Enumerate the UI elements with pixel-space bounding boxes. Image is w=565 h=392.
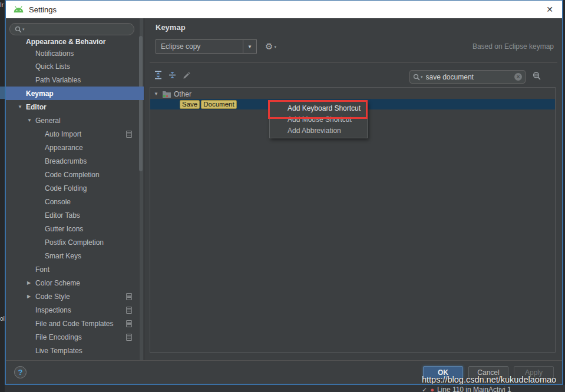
background-selection-row [0,87,5,99]
find-actions-by-shortcut-button[interactable] [531,71,542,84]
background-code-fragment: Ir [0,2,4,8]
sidebar-item-label: Editor [26,103,47,111]
checkmark-icon: ✓ [422,386,427,392]
breakpoint-icon: ● [430,386,434,392]
chevron-right-icon[interactable]: ▶ [27,280,35,285]
edit-shortcut-button[interactable] [181,70,191,79]
chevron-down-icon[interactable]: ▼ [154,91,162,97]
sidebar-item-label: Color Scheme [35,279,80,287]
sidebar-item-postfix-completion[interactable]: Postfix Completion [6,235,139,249]
search-filter-caret-icon[interactable]: ▾ [22,27,25,31]
search-icon [15,26,22,33]
sidebar-item-code-style[interactable]: ▶Code Style [6,290,139,303]
settings-modified-icon [126,307,132,314]
expand-all-button[interactable] [153,70,163,79]
sidebar-scrollbar-thumb[interactable] [139,36,143,171]
sidebar-item-notifications[interactable]: Notifications [6,48,139,59]
sidebar-item-quick-lists[interactable]: Quick Lists [6,59,139,73]
sidebar-item-file-and-code-templates[interactable]: File and Code Templates [6,317,139,330]
expand-all-icon [154,71,163,79]
gear-caret-icon: ▾ [274,45,276,49]
collapse-all-button[interactable] [167,70,177,79]
titlebar: Settings ✕ [6,1,562,18]
settings-modified-icon [126,334,132,341]
tree-group-row[interactable]: ▼ Other [150,89,555,99]
page-title: Keymap [156,23,186,32]
settings-modified-icon [126,320,132,327]
sidebar-item-label: Font [35,265,49,274]
gear-icon: ⚙ [265,41,273,52]
sidebar-item-label: Path Variables [35,76,81,84]
sidebar-item-label: Keymap [26,89,54,98]
sidebar-item-label: General [35,117,61,125]
sidebar-item-label: Quick Lists [35,62,70,71]
sidebar-item-label: Gutter Icons [45,225,83,233]
sidebar-item-inspections[interactable]: Inspections [6,303,139,317]
sidebar-item-code-folding[interactable]: Code Folding [6,181,139,195]
sidebar-scrollbar[interactable] [140,18,143,360]
search-filter-caret-icon[interactable]: ▾ [421,75,423,79]
sidebar-item-label: Notifications [35,49,74,58]
separator [150,62,557,63]
sidebar-item-console[interactable]: Console [6,195,139,208]
sidebar-item-path-variables[interactable]: Path Variables [6,73,139,87]
scheme-actions-button[interactable]: ⚙ ▾ [265,41,276,52]
menu-item-add-keyboard-shortcut[interactable]: Add Keyboard Shortcut [270,103,367,114]
sidebar-item-color-scheme[interactable]: ▶Color Scheme [6,276,139,290]
sidebar-item-general[interactable]: ▼General [6,114,139,127]
sidebar-item-label: Editor Tabs [45,211,80,220]
dialog-body: ▾ Appearance & BehaviorNotificationsQuic… [6,18,562,360]
sidebar-item-editor-tabs[interactable]: Editor Tabs [6,208,139,222]
background-status-text: Line 110 in MainActivi 1 [437,386,511,392]
sidebar-item-label: File Encodings [35,333,82,341]
sidebar-item-auto-import[interactable]: Auto Import [6,127,139,141]
close-icon[interactable]: ✕ [544,5,555,14]
settings-search-input[interactable]: ▾ [9,23,134,35]
settings-modified-icon [126,131,132,138]
keymap-search-input[interactable]: ▾ save document ✕ [409,70,526,84]
sidebar-item-file-encodings[interactable]: File Encodings [6,330,139,344]
chevron-down-icon[interactable]: ▼ [243,40,256,53]
match-highlight-chip: Document [201,100,236,109]
sidebar-item-keymap[interactable]: Keymap [6,87,144,100]
search-icon [413,74,420,81]
folder-group-icon [162,90,171,98]
chevron-right-icon[interactable]: ▶ [27,294,35,299]
sidebar-item-code-completion[interactable]: Code Completion [6,168,139,181]
chevron-down-icon[interactable]: ▼ [18,104,26,109]
background-code-fragment: ol [0,315,5,322]
find-by-shortcut-icon [531,71,542,81]
sidebar-item-appearance-behavior[interactable]: Appearance & Behavior [6,36,139,48]
search-query-text: save document [426,73,514,81]
chevron-down-icon[interactable]: ▼ [27,118,35,123]
help-button[interactable]: ? [14,366,27,378]
clear-search-icon[interactable]: ✕ [514,73,522,81]
sidebar-item-label: Appearance & Behavior [26,38,105,46]
sidebar-item-live-templates[interactable]: Live Templates [6,344,139,357]
sidebar-item-font[interactable]: Font [6,263,139,276]
pencil-icon [182,71,190,79]
sidebar-item-editor[interactable]: ▼Editor [6,100,139,114]
sidebar-item-gutter-icons[interactable]: Gutter Icons [6,222,139,235]
sidebar-item-label: File and Code Templates [35,320,114,328]
keymap-toolbar [153,70,191,79]
sidebar-item-appearance[interactable]: Appearance [6,141,139,154]
settings-sidebar: ▾ Appearance & BehaviorNotificationsQuic… [6,18,144,360]
background-ide-strip: Ir ol [0,0,5,392]
watermark-text: https://blog.csdn.net/kukudelaomao [422,375,556,384]
sidebar-tree: Appearance & BehaviorNotificationsQuick … [6,36,139,357]
keymap-scheme-select[interactable]: Eclipse copy ▼ [156,39,257,54]
sidebar-item-breadcrumbs[interactable]: Breadcrumbs [6,154,139,168]
tree-group-label: Other [174,90,191,98]
menu-item-add-abbreviation[interactable]: Add Abbreviation [270,125,367,137]
sidebar-item-smart-keys[interactable]: Smart Keys [6,249,139,263]
menu-item-add-mouse-shortcut[interactable]: Add Mouse Shortcut [270,114,367,125]
sidebar-item-label: Inspections [35,306,71,314]
sidebar-item-label: Breadcrumbs [45,157,87,165]
window-title: Settings [29,5,57,14]
sidebar-item-label: Code Style [35,293,70,301]
screen: Ir ol ✓ ● Line 110 in MainActivi 1 Setti… [0,0,565,392]
help-icon: ? [18,368,23,377]
collapse-all-icon [168,71,177,79]
based-on-label: Based on Eclipse keymap [473,42,554,51]
